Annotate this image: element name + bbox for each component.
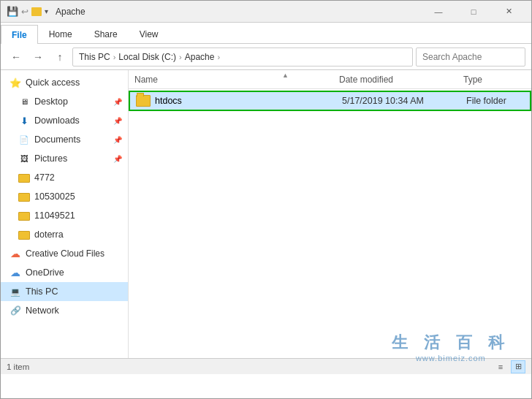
quick-access-icon: 💾 — [7, 6, 18, 17]
pin-icon-pictures: 📌 — [113, 155, 122, 163]
downloads-icon: ⬇ — [18, 115, 30, 126]
title-icons: 💾 ↩ ▾ — [7, 6, 48, 17]
sidebar-label-creative-cloud: Creative Cloud Files — [26, 248, 104, 259]
sidebar-item-downloads[interactable]: ⬇ Downloads 📌 — [1, 111, 128, 130]
minimize-button[interactable]: — — [422, 1, 455, 23]
pin-icon: 📌 — [113, 98, 122, 106]
sidebar-label-desktop: Desktop — [34, 96, 68, 107]
tab-view[interactable]: View — [129, 24, 170, 43]
documents-icon: 📄 — [18, 134, 30, 145]
close-button[interactable]: ✕ — [492, 1, 525, 23]
path-local-disk: Local Disk (C:) — [118, 52, 176, 62]
tab-file[interactable]: File — [1, 25, 38, 44]
undo-icon: ↩ — [21, 7, 28, 17]
tab-share[interactable]: Share — [83, 24, 129, 43]
pin-icon-downloads: 📌 — [113, 117, 122, 125]
col-name-header[interactable]: Name — [134, 75, 339, 85]
sidebar-item-network[interactable]: 🔗 Network — [1, 301, 128, 320]
maximize-button[interactable]: □ — [457, 1, 490, 23]
folder-11049521-icon — [18, 210, 30, 221]
status-bar: 1 item ≡ ⊞ — [1, 358, 531, 374]
address-path[interactable]: This PC › Local Disk (C:) › Apache › — [72, 48, 413, 66]
detail-view-button[interactable]: ⊞ — [511, 360, 525, 373]
sidebar: ⭐ Quick access 🖥 Desktop 📌 ⬇ Downloads 📌… — [1, 70, 129, 358]
sidebar-item-4772[interactable]: 4772 — [1, 168, 128, 187]
back-button[interactable]: ← — [7, 48, 26, 66]
folder-icon — [31, 7, 42, 16]
sidebar-item-onedrive[interactable]: ☁ OneDrive — [1, 263, 128, 282]
sidebar-item-doterra[interactable]: doterra — [1, 225, 128, 244]
sidebar-item-quick-access[interactable]: ⭐ Quick access — [1, 73, 128, 92]
file-type: File folder — [466, 96, 506, 106]
window-controls[interactable]: — □ ✕ — [422, 1, 525, 23]
sidebar-item-documents[interactable]: 📄 Documents 📌 — [1, 130, 128, 149]
up-button[interactable]: ↑ — [50, 48, 69, 66]
sidebar-item-11049521[interactable]: 11049521 — [1, 206, 128, 225]
sidebar-label-this-pc: This PC — [26, 286, 58, 297]
ribbon: File Home Share View — [1, 23, 531, 44]
ribbon-tabs: File Home Share View — [1, 23, 531, 43]
folder-doterra-icon — [18, 229, 30, 240]
view-controls: ≡ ⊞ — [493, 360, 525, 373]
main-layout: ⭐ Quick access 🖥 Desktop 📌 ⬇ Downloads 📌… — [1, 70, 531, 358]
folder-4772-icon — [18, 172, 30, 183]
desktop-icon: 🖥 — [18, 96, 30, 107]
sort-arrow: ▲ — [282, 72, 289, 79]
sidebar-item-pictures[interactable]: 🖼 Pictures 📌 — [1, 149, 128, 168]
path-apache: Apache — [185, 52, 215, 62]
sidebar-item-this-pc[interactable]: 💻 This PC — [1, 282, 128, 301]
col-date-header[interactable]: Date modified — [339, 75, 463, 85]
network-icon: 🔗 — [10, 305, 21, 316]
file-list: htdocs 5/17/2019 10:34 AM File folder — [129, 89, 531, 358]
table-row[interactable]: htdocs 5/17/2019 10:34 AM File folder — [129, 91, 531, 111]
folder-10530025-icon — [18, 191, 30, 202]
sidebar-label-downloads: Downloads — [34, 115, 80, 126]
list-view-button[interactable]: ≡ — [493, 360, 508, 373]
sidebar-label-pictures: Pictures — [34, 153, 67, 164]
col-type-header[interactable]: Type — [463, 75, 482, 85]
this-pc-icon: 💻 — [10, 286, 21, 297]
title-text: Apache — [56, 7, 86, 17]
sidebar-label-quick-access: Quick access — [26, 77, 80, 88]
content-area: ▲ Name Date modified Type htdocs 5/17/20… — [129, 70, 531, 358]
column-headers: ▲ Name Date modified Type — [129, 70, 531, 89]
sidebar-label-10530025: 10530025 — [34, 191, 75, 202]
onedrive-icon: ☁ — [10, 267, 21, 278]
sidebar-label-11049521: 11049521 — [34, 210, 75, 221]
sidebar-label-doterra: doterra — [34, 229, 64, 240]
forward-button[interactable]: → — [28, 48, 48, 66]
sidebar-item-10530025[interactable]: 10530025 — [1, 187, 128, 206]
sidebar-item-creative-cloud[interactable]: ☁ Creative Cloud Files — [1, 244, 128, 263]
search-input[interactable] — [416, 48, 525, 66]
path-this-pc: This PC — [79, 52, 110, 62]
sidebar-label-4772: 4772 — [34, 172, 55, 183]
sidebar-label-documents: Documents — [34, 134, 80, 145]
title-bar: 💾 ↩ ▾ Apache — □ ✕ — [1, 1, 531, 23]
sidebar-label-onedrive: OneDrive — [26, 267, 64, 278]
item-count: 1 item — [7, 362, 29, 371]
sidebar-label-network: Network — [26, 305, 59, 316]
pictures-icon: 🖼 — [18, 153, 30, 164]
quick-access-icon: ⭐ — [10, 77, 21, 88]
creative-cloud-icon: ☁ — [10, 248, 21, 259]
tab-home[interactable]: Home — [38, 24, 83, 43]
dropdown-icon: ▾ — [45, 7, 48, 15]
pin-icon-documents: 📌 — [113, 136, 122, 144]
address-bar: ← → ↑ This PC › Local Disk (C:) › Apache… — [1, 44, 531, 70]
file-name: htdocs — [155, 96, 342, 106]
folder-htdocs-icon — [136, 95, 151, 107]
sidebar-item-desktop[interactable]: 🖥 Desktop 📌 — [1, 92, 128, 111]
file-date-modified: 5/17/2019 10:34 AM — [342, 96, 466, 106]
